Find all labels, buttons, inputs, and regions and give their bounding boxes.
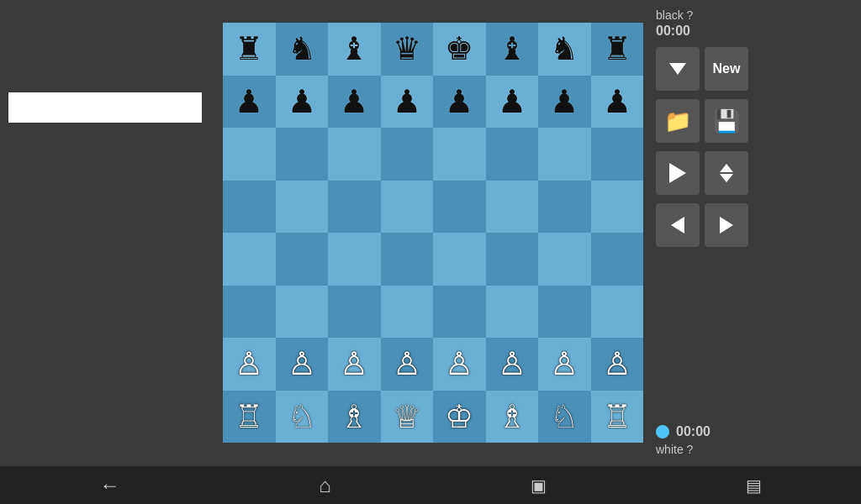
cell-3-0[interactable] — [223, 181, 276, 234]
cell-1-6[interactable]: ♟ — [538, 76, 591, 129]
cell-4-5[interactable] — [486, 233, 539, 286]
cell-1-1[interactable]: ♟ — [276, 76, 329, 129]
piece-wr-7-7: ♖ — [603, 401, 631, 433]
cell-2-3[interactable] — [381, 128, 434, 181]
flip-button[interactable] — [705, 151, 748, 195]
cell-7-4[interactable]: ♔ — [433, 391, 486, 444]
cell-5-5[interactable] — [486, 286, 539, 339]
next-move-button[interactable] — [705, 203, 748, 247]
cell-4-0[interactable] — [223, 233, 276, 286]
cell-7-0[interactable]: ♖ — [223, 391, 276, 444]
nav-home-button[interactable] — [319, 474, 331, 497]
white-timer: 00:00 — [676, 424, 710, 439]
save-button[interactable]: 💾 — [705, 99, 748, 143]
piece-wp-6-0: ♙ — [235, 348, 263, 380]
cell-5-1[interactable] — [276, 286, 329, 339]
cell-1-2[interactable]: ♟ — [328, 76, 381, 129]
cell-3-7[interactable] — [591, 181, 644, 234]
cell-1-4[interactable]: ♟ — [433, 76, 486, 129]
cell-0-3[interactable]: ♛ — [381, 23, 434, 76]
cell-2-6[interactable] — [538, 128, 591, 181]
cell-0-4[interactable]: ♚ — [433, 23, 486, 76]
piece-wk-7-4: ♔ — [445, 401, 473, 433]
cell-7-6[interactable]: ♘ — [538, 391, 591, 444]
control-row-2: 📁 💾 — [656, 99, 848, 143]
cell-7-3[interactable]: ♕ — [381, 391, 434, 444]
nav-recents-button[interactable] — [531, 475, 547, 496]
cell-0-1[interactable]: ♞ — [276, 23, 329, 76]
cell-6-1[interactable]: ♙ — [276, 338, 329, 391]
main-area: ♜♞♝♛♚♝♞♜♟♟♟♟♟♟♟♟♙♙♙♙♙♙♙♙♖♘♗♕♔♗♘♖ black ?… — [0, 0, 861, 466]
cell-1-7[interactable]: ♟ — [591, 76, 644, 129]
cell-2-4[interactable] — [433, 128, 486, 181]
nav-bar — [0, 466, 861, 504]
cell-4-7[interactable] — [591, 233, 644, 286]
cell-3-6[interactable] — [538, 181, 591, 234]
prev-move-button[interactable] — [656, 203, 700, 247]
cell-2-7[interactable] — [591, 128, 644, 181]
cell-6-5[interactable]: ♙ — [486, 338, 539, 391]
piece-bp-1-7: ♟ — [603, 86, 631, 118]
cell-1-5[interactable]: ♟ — [486, 76, 539, 129]
cell-6-0[interactable]: ♙ — [223, 338, 276, 391]
search-input[interactable] — [8, 92, 202, 123]
cell-5-0[interactable] — [223, 286, 276, 339]
cell-7-7[interactable]: ♖ — [591, 391, 644, 444]
cell-0-2[interactable]: ♝ — [328, 23, 381, 76]
control-row-1: New — [656, 47, 848, 91]
piece-wp-6-5: ♙ — [498, 348, 526, 380]
cell-5-4[interactable] — [433, 286, 486, 339]
piece-bp-1-0: ♟ — [235, 86, 263, 118]
cell-4-6[interactable] — [538, 233, 591, 286]
cell-1-3[interactable]: ♟ — [381, 76, 434, 129]
cell-7-1[interactable]: ♘ — [276, 391, 329, 444]
active-indicator — [656, 425, 669, 438]
cell-5-2[interactable] — [328, 286, 381, 339]
cell-2-0[interactable] — [223, 128, 276, 181]
cell-2-2[interactable] — [328, 128, 381, 181]
new-game-button[interactable]: New — [705, 47, 748, 91]
piece-wb-7-2: ♗ — [340, 401, 368, 433]
cell-3-5[interactable] — [486, 181, 539, 234]
cell-0-7[interactable]: ♜ — [591, 23, 644, 76]
cell-6-7[interactable]: ♙ — [591, 338, 644, 391]
cell-3-1[interactable] — [276, 181, 329, 234]
cell-7-5[interactable]: ♗ — [486, 391, 539, 444]
cell-4-3[interactable] — [381, 233, 434, 286]
cell-4-2[interactable] — [328, 233, 381, 286]
cell-2-5[interactable] — [486, 128, 539, 181]
chess-board[interactable]: ♜♞♝♛♚♝♞♜♟♟♟♟♟♟♟♟♙♙♙♙♙♙♙♙♖♘♗♕♔♗♘♖ — [223, 23, 643, 443]
cell-6-6[interactable]: ♙ — [538, 338, 591, 391]
cell-3-3[interactable] — [381, 181, 434, 234]
cell-0-0[interactable]: ♜ — [223, 23, 276, 76]
cell-3-2[interactable] — [328, 181, 381, 234]
piece-bk-0-4: ♚ — [445, 33, 473, 65]
cell-6-4[interactable]: ♙ — [433, 338, 486, 391]
nav-menu-button[interactable] — [746, 475, 762, 496]
cell-4-4[interactable] — [433, 233, 486, 286]
cell-5-3[interactable] — [381, 286, 434, 339]
play-button[interactable] — [656, 151, 700, 195]
piece-bb-0-2: ♝ — [340, 33, 368, 65]
cell-6-2[interactable]: ♙ — [328, 338, 381, 391]
control-row-3 — [656, 151, 848, 195]
cell-5-6[interactable] — [538, 286, 591, 339]
cell-0-6[interactable]: ♞ — [538, 23, 591, 76]
piece-wr-7-0: ♖ — [235, 401, 263, 433]
cell-1-0[interactable]: ♟ — [223, 76, 276, 129]
open-button[interactable]: 📁 — [656, 99, 700, 143]
cell-7-2[interactable]: ♗ — [328, 391, 381, 444]
cell-6-3[interactable]: ♙ — [381, 338, 434, 391]
piece-wp-6-3: ♙ — [393, 348, 421, 380]
cell-3-4[interactable] — [433, 181, 486, 234]
cell-0-5[interactable]: ♝ — [486, 23, 539, 76]
piece-bp-1-2: ♟ — [340, 86, 368, 118]
piece-bp-1-4: ♟ — [445, 86, 473, 118]
white-timer-row: 00:00 — [656, 424, 848, 439]
left-panel — [0, 0, 223, 466]
dropdown-button[interactable] — [656, 47, 700, 91]
cell-5-7[interactable] — [591, 286, 644, 339]
nav-back-button[interactable] — [99, 474, 119, 497]
cell-2-1[interactable] — [276, 128, 329, 181]
cell-4-1[interactable] — [276, 233, 329, 286]
